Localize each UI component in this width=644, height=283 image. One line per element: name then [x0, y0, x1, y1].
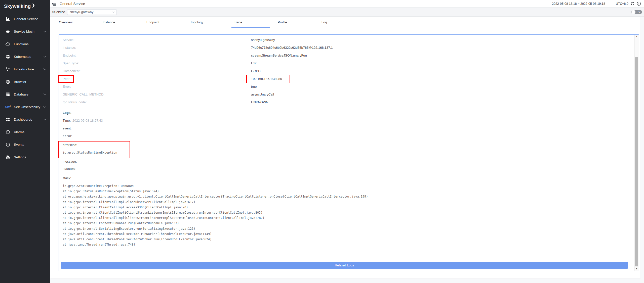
- field-value: Exit: [251, 61, 257, 65]
- chevron-down-icon: [43, 117, 46, 120]
- sidebar-item-label: Events: [14, 143, 24, 147]
- sidebar-item-events[interactable]: Events: [0, 138, 50, 151]
- sidebar-item-label: Database: [14, 92, 28, 96]
- log-entry-value: UNKNOWN: [63, 165, 631, 173]
- scrollbar-thumb[interactable]: [635, 57, 638, 266]
- log-entry-error-kind: error.kind:io.grpc.StatusRuntimeExceptio…: [63, 141, 631, 157]
- log-entry-label: stack:: [63, 174, 631, 182]
- tab-instance[interactable]: Instance: [103, 17, 146, 28]
- field-label: Instance:: [63, 46, 251, 50]
- database-icon: [6, 92, 10, 97]
- sidebar-item-kubernetes[interactable]: Kubernetes: [0, 50, 50, 63]
- field-label: GENERIC_CALL_METHOD:: [63, 92, 251, 96]
- sw-icon: Sw): [6, 105, 10, 109]
- field-label: Error:: [63, 85, 251, 88]
- span-field-service: Service:shenyu-gateway: [63, 36, 631, 44]
- log-entry-label: event:: [63, 124, 631, 132]
- sidebar-item-label: Service Mesh: [14, 30, 34, 33]
- tab-trace[interactable]: Trace: [234, 17, 278, 28]
- scroll-down-arrow-icon[interactable]: [635, 267, 639, 271]
- log-entry-value: error: [63, 132, 631, 140]
- refresh-icon[interactable]: [630, 2, 635, 6]
- span-field-component: Component:GRPC: [63, 67, 631, 75]
- sidebar-item-label: Kubernetes: [14, 55, 31, 59]
- tab-topology[interactable]: Topology: [190, 17, 234, 28]
- chart-icon: [6, 17, 10, 21]
- page-title: General-Service: [60, 2, 85, 6]
- grid-icon: [6, 117, 10, 122]
- field-value: GRPC: [251, 69, 261, 73]
- logo-text: Skywalking: [4, 4, 31, 9]
- sidebar-item-self-observability[interactable]: Sw)Self Observability: [0, 101, 50, 113]
- log-time-value: 2022-05-08 18:57:43: [72, 119, 103, 122]
- tab-log[interactable]: Log: [321, 17, 365, 28]
- service-select-value: shenyu-gateway: [70, 10, 94, 14]
- dots-icon: [6, 67, 10, 71]
- crescent-moon-icon: [31, 3, 35, 8]
- alarm-icon: [6, 130, 10, 134]
- tab-overview[interactable]: Overview: [59, 17, 103, 28]
- span-logs-section: Logs. Time:2022-05-08 18:57:43 event:err…: [63, 109, 631, 248]
- related-logs-button[interactable]: Related Logs: [61, 262, 628, 269]
- log-time-label: Time:: [63, 119, 71, 122]
- info-icon[interactable]: [637, 2, 641, 6]
- chevron-down-icon: [43, 92, 46, 95]
- service-toolbar: $Service shenyu-gateway V: [50, 8, 644, 17]
- sidebar-item-database[interactable]: Database: [0, 88, 50, 101]
- log-entries: event:errorerror.kind:io.grpc.StatusRunt…: [63, 124, 631, 247]
- log-entry-stack: stack:io.grpc.StatusRuntimeException: UN…: [63, 174, 631, 247]
- sidebar-item-alarms[interactable]: Alarms: [0, 126, 50, 138]
- chevron-down-icon: [43, 29, 46, 32]
- tab-profile[interactable]: Profile: [278, 17, 321, 28]
- toggle-knob: [631, 10, 635, 14]
- tab-endpoint[interactable]: Endpoint: [146, 17, 190, 28]
- service-selector-label: $Service: [52, 10, 65, 14]
- field-value: true: [251, 85, 257, 88]
- sidebar-item-label: Self Observability: [14, 105, 40, 109]
- span-field-endpoint: Endpoint:stream.StreamServiceJSON.unaryF…: [63, 52, 631, 59]
- sidebar-item-functions[interactable]: Functions: [0, 38, 50, 50]
- toggle-label: V: [638, 10, 640, 13]
- layers-icon: [6, 29, 10, 34]
- span-field-generic-call-method: GENERIC_CALL_METHOD:asyncUnaryCall: [63, 90, 631, 98]
- chevron-down-icon: [43, 105, 46, 108]
- menu-fold-icon[interactable]: [52, 2, 57, 6]
- log-entry-value: io.grpc.StatusRuntimeException: [63, 149, 631, 157]
- skywalking-logo[interactable]: Skywalking: [4, 3, 35, 10]
- field-label: Component:: [63, 69, 251, 73]
- span-detail-panel: Service:shenyu-gatewayInstance:74d96c778…: [59, 34, 639, 271]
- sidebar-item-general-service[interactable]: General Service: [0, 13, 50, 25]
- time-range-picker[interactable]: 2022-05-08 18:18 ~ 2022-05-08 19:18: [552, 2, 605, 6]
- field-label: Endpoint:: [63, 54, 251, 57]
- sidebar: Skywalking General ServiceService MeshFu…: [0, 0, 50, 283]
- dashboard-tabs: OverviewInstanceEndpointTopologyTracePro…: [59, 17, 365, 28]
- panel-scrollbar[interactable]: [634, 35, 639, 271]
- field-label: Service:: [63, 38, 251, 42]
- sidebar-item-label: Infrastructure: [14, 67, 34, 71]
- field-value: 192.168.137.1:38080: [251, 77, 282, 81]
- log-entry-message: message:UNKNOWN: [63, 158, 631, 173]
- sidebar-item-settings[interactable]: Settings: [0, 151, 50, 163]
- top-header: General-Service 2022-05-08 18:18 ~ 2022-…: [50, 0, 644, 8]
- field-value: asyncUnaryCall: [251, 92, 274, 96]
- sidebar-menu: General ServiceService MeshFunctionsKube…: [0, 13, 50, 163]
- scroll-up-arrow-icon[interactable]: [635, 35, 639, 38]
- sidebar-item-label: Dashboards: [14, 118, 32, 121]
- span-field-peer: Peer:192.168.137.1:38080: [63, 75, 631, 83]
- sidebar-item-infrastructure[interactable]: Infrastructure: [0, 63, 50, 75]
- field-label: rpc.status_code:: [63, 100, 251, 104]
- sidebar-item-service-mesh[interactable]: Service Mesh: [0, 25, 50, 38]
- chevron-down-icon: [43, 55, 46, 57]
- events-icon: [6, 142, 10, 147]
- sidebar-item-browser[interactable]: Browser: [0, 75, 50, 88]
- kubernetes-icon: [6, 54, 10, 59]
- logs-title: Logs.: [63, 109, 631, 117]
- sidebar-item-dashboards[interactable]: Dashboards: [0, 113, 50, 126]
- service-select[interactable]: shenyu-gateway: [67, 9, 117, 15]
- timezone-selector[interactable]: UTC+8:0: [616, 2, 628, 6]
- field-label: Span Type:: [63, 61, 251, 65]
- sidebar-item-label: Settings: [14, 155, 26, 159]
- span-field-span-type: Span Type:Exit: [63, 59, 631, 67]
- version-toggle[interactable]: V: [631, 10, 642, 14]
- main-content: OverviewInstanceEndpointTopologyTracePro…: [50, 17, 644, 283]
